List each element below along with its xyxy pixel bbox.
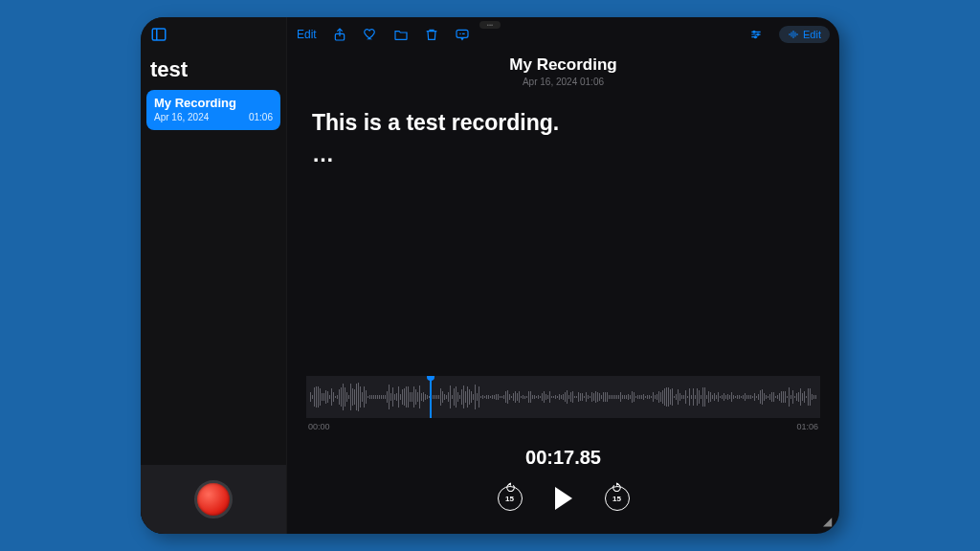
waveform-area: 00:00 01:06 00:17.85 15 15 [287,376,839,534]
transcript-ellipsis: … [312,140,814,169]
recording-header: My Recording Apr 16, 2024 01:06 [287,55,839,87]
skip-forward-amount: 15 [612,495,621,503]
playback-controls: 15 15 [306,486,820,511]
main-panel: Edit Edit My Recording Apr 16, 2024 01:0… [287,17,839,534]
sidebar-title: test [141,52,286,90]
edit-right-label: Edit [803,29,821,40]
skip-back-button[interactable]: 15 [498,486,523,511]
transcript-area: This is a test recording. … [287,87,839,169]
skip-forward-arrow-icon [612,482,622,492]
svg-point-9 [754,36,756,38]
sidebar-toggle-icon[interactable] [150,26,167,43]
skip-back-amount: 15 [505,495,514,503]
trash-icon[interactable] [424,27,439,42]
favorite-icon[interactable] [363,27,378,42]
edit-right-button[interactable]: Edit [779,26,830,43]
transcript-line: This is a test recording. [312,108,814,138]
recording-item-duration: 01:06 [249,112,273,122]
options-icon[interactable] [748,27,764,42]
skip-forward-button[interactable]: 15 [605,486,630,511]
skip-back-arrow-icon [505,482,515,492]
sidebar-toolbar [141,17,286,52]
current-time: 00:17.85 [306,447,820,469]
recording-subtitle: Apr 16, 2024 01:06 [287,77,839,87]
main-toolbar: Edit Edit [287,17,839,52]
playhead[interactable] [430,376,432,418]
folder-icon[interactable] [393,27,409,42]
record-area [141,465,286,534]
transcript-icon[interactable] [455,27,470,42]
recording-list-item[interactable]: My Recording Apr 16, 2024 01:06 [146,90,280,130]
svg-point-7 [753,31,755,33]
waveform-start-time: 00:00 [308,422,330,431]
recording-title: My Recording [287,55,839,75]
edit-left-button[interactable]: Edit [297,28,317,41]
record-button[interactable] [194,480,233,518]
waveform[interactable] [306,376,820,418]
sidebar: test My Recording Apr 16, 2024 01:06 [141,17,287,534]
resize-handle-icon[interactable]: ◢ [823,515,832,528]
waveform-icon [788,29,799,40]
share-icon[interactable] [332,27,347,42]
play-button[interactable] [555,487,572,510]
app-window: test My Recording Apr 16, 2024 01:06 Edi… [141,17,839,534]
waveform-time-row: 00:00 01:06 [306,422,820,431]
svg-point-8 [757,33,759,35]
recording-item-title: My Recording [154,96,273,110]
waveform-end-time: 01:06 [796,422,818,431]
svg-rect-0 [152,29,166,40]
